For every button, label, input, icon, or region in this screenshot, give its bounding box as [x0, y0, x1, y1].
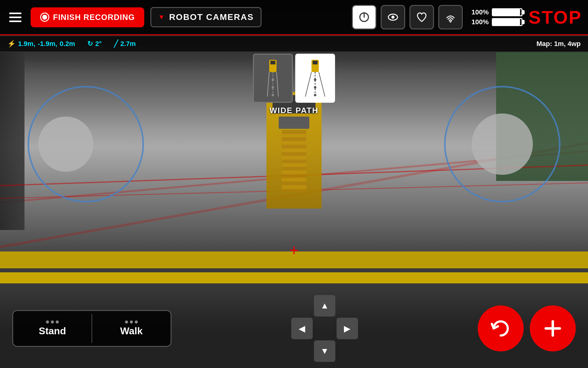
add-icon — [542, 318, 564, 339]
hamburger-line-3 — [9, 21, 21, 22]
svg-point-4 — [450, 21, 451, 23]
camera-dropdown-label: ROBOT CAMERAS — [169, 12, 254, 22]
svg-rect-6 — [270, 61, 275, 64]
hamburger-line-2 — [9, 17, 21, 18]
map-info: Map: 1m, 4wp — [537, 40, 581, 48]
structure-left — [0, 52, 24, 230]
dot-3 — [56, 320, 59, 324]
undo-button[interactable] — [478, 305, 524, 351]
dpad-left-button[interactable]: ◀ — [291, 318, 313, 339]
svg-point-3 — [391, 16, 394, 19]
dpad-up-icon: ▲ — [320, 301, 329, 311]
walk-label: Walk — [120, 325, 143, 337]
svg-rect-14 — [313, 61, 318, 64]
dpad-left-icon: ◀ — [299, 324, 305, 334]
signal-button[interactable] — [438, 5, 463, 29]
dpad: ▲ ◀ ▶ ▼ — [291, 295, 358, 362]
position-x: 1.9m, — [18, 40, 35, 48]
finish-recording-label: FINISH RECORDING — [53, 13, 135, 22]
dpad-right-icon: ▶ — [344, 324, 351, 334]
battery2-bar-container — [492, 18, 522, 26]
battery2-percentage: 100% — [469, 18, 489, 26]
stand-mode-button[interactable]: Stand — [13, 311, 92, 346]
stand-mode-dots — [46, 320, 59, 324]
narrow-path-icon — [261, 58, 285, 98]
crosshair: + — [289, 242, 299, 258]
header-icon-group — [352, 5, 463, 29]
svg-line-11 — [267, 72, 269, 97]
status-bar: ⚡ 1.9m, -1.9m, 0.2m ↻ 2° ╱ 2.7m Map: 1m,… — [0, 36, 588, 52]
right-joystick-thumb — [472, 113, 533, 175]
distance-value: 2.7m — [120, 40, 136, 48]
narrow-path-option[interactable] — [253, 54, 293, 103]
svg-line-19 — [305, 72, 311, 97]
dot-2 — [51, 320, 54, 324]
path-selector-label: WIDE PATH — [270, 106, 318, 115]
dot-4 — [125, 320, 128, 324]
dpad-empty-tr — [337, 295, 358, 316]
position-y: -1.9m, — [38, 40, 57, 48]
distance-status: ╱ 2.7m — [114, 40, 136, 48]
svg-point-18 — [314, 94, 316, 96]
dot-5 — [130, 320, 133, 324]
left-joystick[interactable] — [28, 86, 144, 202]
walk-mode-button[interactable]: Walk — [92, 311, 171, 346]
eye-icon — [387, 11, 399, 23]
view-button[interactable] — [381, 5, 405, 29]
dpad-center — [314, 318, 335, 339]
svg-point-8 — [272, 79, 274, 81]
dpad-empty-bl — [291, 340, 313, 362]
position-status: ⚡ 1.9m, -1.9m, 0.2m — [7, 40, 75, 48]
dpad-right-button[interactable]: ▶ — [337, 318, 358, 339]
distance-icon: ╱ — [114, 40, 118, 48]
mode-selector: Stand Walk — [12, 310, 172, 347]
action-buttons — [478, 305, 576, 351]
power-button[interactable] — [352, 5, 376, 29]
battery-row-1: 100% — [469, 8, 522, 16]
position-z: 0.2m — [60, 40, 75, 48]
map-info-label: Map: 1m, 4wp — [537, 40, 581, 48]
dpad-up-button[interactable]: ▲ — [314, 295, 335, 316]
path-options — [253, 54, 335, 103]
battery2-fill — [493, 19, 520, 25]
stop-button[interactable]: STOP — [529, 7, 582, 28]
svg-point-16 — [314, 79, 316, 81]
bottom-bar: Stand Walk ▲ ◀ ▶ ▼ — [0, 295, 588, 362]
header-bar: FINISH RECORDING ▼ ROBOT CAMERAS — [0, 0, 588, 35]
right-joystick[interactable] — [444, 86, 560, 202]
svg-point-9 — [272, 86, 274, 89]
finish-recording-button[interactable]: FINISH RECORDING — [31, 7, 144, 27]
dpad-empty-br — [337, 340, 358, 362]
signal-icon — [444, 11, 457, 23]
recording-dot — [42, 15, 47, 20]
battery1-fill — [493, 9, 520, 15]
svg-point-17 — [314, 86, 316, 89]
svg-line-20 — [319, 72, 325, 97]
svg-point-10 — [272, 94, 274, 96]
wide-path-icon — [303, 58, 327, 98]
hamburger-menu-button[interactable] — [6, 8, 24, 26]
dot-6 — [135, 320, 138, 324]
undo-icon — [490, 318, 511, 339]
position-icon: ⚡ — [7, 40, 16, 48]
rotation-status: ↻ 2° — [87, 40, 102, 48]
battery-panel: 100% 100% — [469, 8, 522, 26]
camera-dropdown[interactable]: ▼ ROBOT CAMERAS — [150, 7, 261, 27]
svg-line-12 — [277, 72, 278, 97]
hamburger-line-1 — [9, 13, 21, 14]
dpad-down-button[interactable]: ▼ — [314, 340, 335, 362]
walk-mode-dots — [125, 320, 138, 324]
battery1-bar-container — [492, 8, 522, 16]
battery1-percentage: 100% — [469, 8, 489, 16]
favorite-button[interactable] — [409, 5, 434, 29]
rotation-icon: ↻ — [87, 40, 93, 48]
power-icon — [358, 11, 370, 23]
path-selector-panel: WIDE PATH — [253, 54, 335, 115]
dpad-down-icon: ▼ — [320, 346, 329, 356]
wide-path-option[interactable] — [295, 54, 335, 103]
dot-1 — [46, 320, 49, 324]
dpad-empty-tl — [291, 295, 313, 316]
rotation-value: 2° — [95, 40, 102, 48]
add-button[interactable] — [530, 305, 576, 351]
recording-icon — [40, 13, 49, 22]
